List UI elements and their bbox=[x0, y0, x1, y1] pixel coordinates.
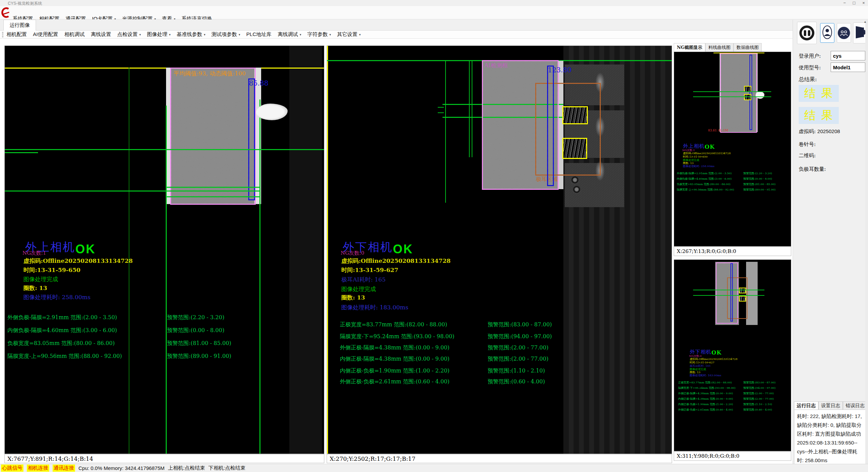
tool-spot-check[interactable]: 点检设置▾ bbox=[114, 31, 144, 38]
title-bar: CYS-视觉检测系统 − □ × bbox=[0, 0, 868, 6]
overlay-vline-green-right bbox=[259, 99, 260, 454]
ng-thumbnail-upper[interactable]: 83.61 AL:1M 外上相机OK NG次数:1 虚拟码:Offline202… bbox=[674, 52, 791, 247]
mini-measure: 内侧正极-隔膜=4.38mm 范围:(0.00 - 9.00) bbox=[678, 397, 733, 401]
log-tabs: 运行日志 设置日志 错误日志 bbox=[794, 401, 867, 410]
overlay-hline-green-stub bbox=[438, 107, 444, 108]
camera-result-ok: OK bbox=[393, 243, 413, 255]
mini-measure: 内侧负极-隔膜=4.60mm 范围:(3.00 - 6.00) bbox=[677, 177, 731, 181]
menu-bar: 系统配置 相机配置 通讯配置 IO卡配置▾ 光源控制配置▾ 查看▾ 系统语言切换 bbox=[0, 6, 868, 19]
mini-measure: 隔膜宽度-下=95.24mm 范围:(93.00 - 98.00) bbox=[678, 386, 736, 390]
overlay-hline-green-stub bbox=[438, 112, 444, 113]
tool-plc-address[interactable]: PLC地址库 bbox=[243, 31, 274, 38]
tab-error-log[interactable]: 错误日志 bbox=[843, 401, 867, 410]
lower-camera-check-status: 下相机:点检结束 bbox=[209, 465, 246, 471]
window-title: CYS-视觉检测系统 bbox=[8, 1, 42, 6]
measurement-text: 隔膜宽度-上=90.56mm 范围:(88.00 - 92.00) bbox=[7, 353, 122, 360]
tool-other-settings[interactable]: 其它设置▾ bbox=[334, 31, 364, 38]
tool-test-item-params[interactable]: 测试项参数▾ bbox=[209, 31, 243, 38]
measurement-text: 外侧正极-负极=2.61mm 范围:(0.60 - 4.00) bbox=[340, 378, 450, 385]
log-content: 耗时: 222, 缺陷检测耗时: 17, 缺陷分类耗时: 0, 缺陷提取分区耗时… bbox=[794, 410, 866, 472]
mini-measure: 预警范围:(0.60 - 4.00) bbox=[743, 408, 772, 412]
tool-camera-config[interactable]: 相机配置 bbox=[3, 31, 30, 38]
measurement-warn: 预警范围:(2.00 - 77.00) bbox=[488, 356, 548, 363]
measurement-warn: 预警范围:(0.00 - 8.00) bbox=[167, 327, 224, 334]
maximize-icon[interactable]: □ bbox=[850, 0, 858, 6]
pause-button[interactable] bbox=[797, 22, 817, 44]
tool-camera-debug[interactable]: 相机调试 bbox=[61, 31, 88, 38]
tool-baseline-params[interactable]: 基准线参数▾ bbox=[174, 31, 209, 38]
model-label: 使用型号: bbox=[799, 65, 821, 71]
measurement-warn: 预警范围:(83.00 - 87.00) bbox=[488, 321, 552, 328]
login-user-field[interactable] bbox=[831, 51, 865, 60]
login-user-label: 登录用户: bbox=[799, 53, 821, 59]
chevron-down-icon: ▾ bbox=[359, 33, 361, 36]
cpu-memory-status: Cpu: 0.0% Memory: 3424.41796875M bbox=[78, 465, 164, 471]
qr-code-label: 二维码: bbox=[799, 152, 816, 159]
camera-link-indicator: 相机连接 bbox=[27, 465, 49, 472]
pause-icon bbox=[799, 25, 814, 40]
measurement-warn: 预警范围:(1.10 - 2.10) bbox=[488, 367, 545, 375]
virtual-code-label: 虚拟码: 20250208 bbox=[799, 128, 840, 135]
left-camera-view[interactable]: 平均阈值:93, 动态阈值:100 85.88 外上相机OK NG次数:1 虚拟… bbox=[4, 46, 324, 454]
model-field[interactable] bbox=[831, 62, 865, 72]
tool-bar: 相机配置 AI使用配置 相机调试 离线设置 点检设置▾ 图像处理▾ 基准线参数▾… bbox=[0, 31, 868, 39]
ng-thumbnail-lower[interactable]: 外下相机OK NG次数:0 虚拟码:Offline202502081331347… bbox=[674, 259, 791, 451]
overlay-baseline-yellow bbox=[5, 68, 324, 69]
exit-icon bbox=[854, 25, 867, 40]
reel-needle-label: 卷针号: bbox=[799, 141, 816, 148]
mini-measure: 预警范围:(0.00 - 8.00) bbox=[743, 177, 772, 181]
measurement-warn: 预警范围:(0.60 - 4.00) bbox=[488, 378, 545, 385]
measurement-text: 负极宽度=83.05mm 范围:(80.00 - 86.00) bbox=[7, 340, 115, 347]
mini-blue-box bbox=[749, 55, 752, 130]
tab-data-curve[interactable]: 数据曲线图 bbox=[734, 43, 762, 52]
tab-run-log[interactable]: 运行日志 bbox=[794, 401, 818, 410]
tab-setting-log[interactable]: 设置日志 bbox=[818, 401, 843, 410]
close-icon[interactable]: × bbox=[860, 0, 867, 6]
mini-measure: 内侧正极-负极=1.90mm 范围:(1.00 - 2.20) bbox=[678, 402, 733, 406]
user-button[interactable] bbox=[820, 23, 834, 43]
tab-detect-yellow-box bbox=[562, 138, 587, 159]
minimize-icon[interactable]: − bbox=[841, 0, 848, 6]
tab-material-curve[interactable]: 料线曲线图 bbox=[705, 43, 734, 52]
users-icon bbox=[838, 27, 850, 39]
scroll-up-icon[interactable]: ▴ bbox=[864, 20, 866, 23]
tool-offline-setting[interactable]: 离线设置 bbox=[88, 31, 114, 38]
tool-image-process[interactable]: 图像处理▾ bbox=[144, 31, 174, 38]
mini-measure: 预警范围:(94.00 - 97.00) bbox=[743, 386, 776, 390]
mini-measure: 预警范围:(2.00 - 77.00) bbox=[743, 397, 774, 401]
tab-detect-yellow-box bbox=[562, 106, 588, 124]
time-line: 时间:13-31-59-650 bbox=[23, 266, 80, 274]
tab-ng-screenshot[interactable]: NG截图显示 bbox=[674, 43, 705, 52]
turns-line: 圈数: 13 bbox=[341, 294, 365, 302]
users-button[interactable] bbox=[837, 23, 851, 43]
right-scrollbar[interactable] bbox=[865, 20, 868, 472]
tool-char-params[interactable]: 字符参数▾ bbox=[304, 31, 334, 38]
virtual-code-line: 虚拟码:Offline20250208133134728 bbox=[341, 257, 451, 265]
right-camera-view[interactable]: AI检测框 极耳区域 123.80 外下相机OK NG次数:0 虚拟码:Offl… bbox=[327, 46, 672, 454]
mini-measure: 外侧正极-负极=2.61mm 范围:(0.60 - 4.00) bbox=[678, 408, 733, 412]
ng-count-label: NG次数:1 bbox=[22, 250, 46, 256]
measurement-text: 内侧正极-隔膜=4.38mm 范围:(0.00 - 9.00) bbox=[340, 356, 450, 363]
mini-yellow-box bbox=[744, 94, 752, 100]
mini-yellow-box bbox=[739, 288, 746, 293]
threshold-overlay-label: 平均阈值:93, 动态阈值:100 bbox=[174, 70, 246, 77]
mini-blue-box bbox=[730, 263, 733, 322]
tool-offline-debug[interactable]: 离线调试▾ bbox=[275, 31, 305, 38]
chevron-down-icon: ▾ bbox=[239, 33, 240, 36]
chevron-down-icon: ▾ bbox=[139, 33, 141, 36]
comm-link-indicator: 通讯连接 bbox=[53, 465, 75, 472]
overlay-vline-green-a bbox=[469, 60, 470, 157]
overlay-measure-blue-box bbox=[248, 78, 255, 200]
tool-ai-use-config[interactable]: AI使用配置 bbox=[30, 31, 61, 38]
tab-run-image[interactable]: 运行图像 bbox=[3, 20, 36, 31]
mini-measure: 隔膜宽度-上=90.56mm 范围:(88.00 - 92.00) bbox=[677, 188, 734, 192]
mini-measure: 预警范围:(2.00 - 77.00) bbox=[743, 392, 774, 395]
measurement-text: 外侧负极-隔膜=2.91mm 范围:(2.00 - 3.50) bbox=[7, 314, 117, 321]
process-done-line: 图像处理完成 bbox=[341, 285, 376, 293]
heartbeat-indicator: 心跳信号 bbox=[1, 465, 23, 472]
mini-elapsed: 图像处理耗时: 258.00ms bbox=[683, 164, 715, 168]
overlay-tab-region-orange-box bbox=[535, 83, 601, 176]
measurement-text: 隔膜宽度-下=95.24mm 范围:(93.00 - 98.00) bbox=[340, 333, 454, 340]
measurement-warn: 预警范围:(2.20 - 3.20) bbox=[167, 314, 224, 321]
measurement-text: 内侧正极-负极=1.90mm 范围:(1.00 - 2.20) bbox=[340, 367, 450, 375]
